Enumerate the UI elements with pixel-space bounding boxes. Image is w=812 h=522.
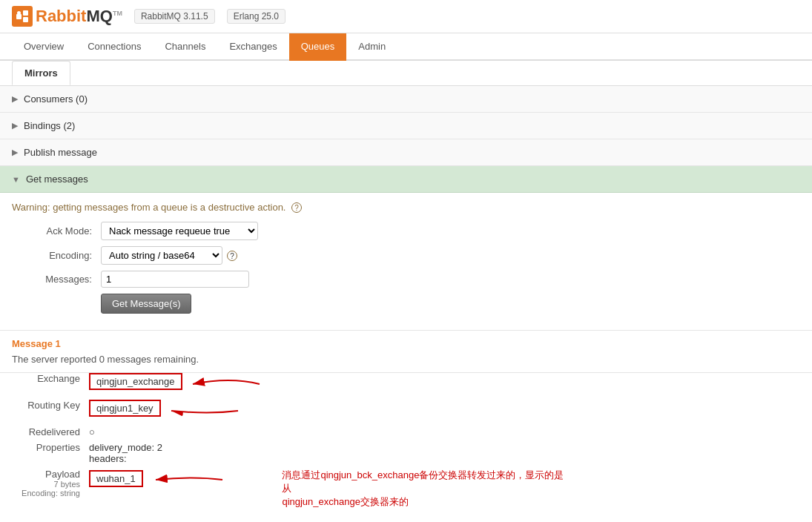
payload-row: Payload 7 bytes Encoding: string wuhan_1 [0, 469, 812, 509]
server-info: The server reported 0 messages remaining… [12, 354, 800, 365]
version-badge: RabbitMQ 3.11.5 [134, 9, 215, 24]
bindings-header[interactable]: ▶ Bindings (2) [0, 113, 812, 139]
header: RabbitMQTM RabbitMQ 3.11.5 Erlang 25.0 [0, 0, 812, 33]
bindings-title: Bindings (2) [24, 120, 75, 131]
svg-rect-0 [16, 14, 22, 19]
nav-exchanges[interactable]: Exchanges [217, 33, 288, 61]
exchange-label: Exchange [0, 373, 89, 384]
routing-key-arrow [164, 400, 253, 422]
ack-mode-label: Ack Mode: [12, 225, 101, 237]
consumers-section: ▶ Consumers (0) [0, 86, 812, 113]
exchange-row: Exchange qingjun_exchange [0, 373, 812, 395]
tab-mirrors[interactable]: Mirrors [12, 61, 70, 85]
publish-title: Publish message [24, 147, 97, 158]
consumers-arrow: ▶ [12, 94, 18, 104]
erlang-badge: Erlang 25.0 [227, 9, 285, 24]
ack-mode-select[interactable]: Nack message requeue true Ack message re… [101, 222, 258, 240]
payload-bytes: 7 bytes [0, 480, 80, 489]
bindings-arrow: ▶ [12, 121, 18, 130]
nav-queues[interactable]: Queues [289, 33, 347, 61]
routing-key-value: qingjun1_key [89, 400, 161, 417]
payload-label: Payload [0, 469, 80, 480]
publish-section: ▶ Publish message [0, 139, 812, 166]
publish-arrow: ▶ [12, 148, 18, 157]
nav-connections[interactable]: Connections [76, 33, 153, 61]
annotation-text-1: 消息通过qingjun_bck_exchange备份交换器转发过来的，显示的是从 [282, 469, 564, 495]
annotation-text-2: qingjun_exchange交换器来的 [282, 495, 564, 509]
annotation-block: 消息通过qingjun_bck_exchange备份交换器转发过来的，显示的是从… [282, 469, 564, 509]
messages-label: Messages: [12, 274, 101, 285]
encoding-row: Encoding: Auto string / base64 base64 ? [12, 246, 800, 265]
svg-rect-1 [23, 10, 28, 16]
get-messages-section: ▼ Get messages Warning: getting messages… [0, 166, 812, 331]
get-messages-arrow: ▼ [12, 175, 20, 184]
redelivered-value: ○ [89, 426, 95, 437]
exchange-arrow [185, 373, 274, 395]
exchange-value: qingjun_exchange [89, 373, 182, 390]
ack-mode-row: Ack Mode: Nack message requeue true Ack … [12, 222, 800, 240]
main-nav: Overview Connections Channels Exchanges … [0, 33, 812, 61]
routing-key-row: Routing Key qingjun1_key [0, 400, 812, 422]
svg-rect-2 [23, 17, 28, 22]
payload-encoding: Encoding: string [0, 489, 80, 498]
get-messages-button[interactable]: Get Message(s) [101, 294, 191, 314]
messages-input[interactable] [101, 271, 249, 288]
encoding-help[interactable]: ? [227, 251, 237, 261]
redelivered-label: Redelivered [0, 426, 89, 437]
get-messages-content: Warning: getting messages from a queue i… [0, 193, 812, 330]
warning-help[interactable]: ? [291, 202, 302, 213]
sub-tabs: Mirrors [0, 61, 812, 86]
payload-value: wuhan_1 [89, 470, 143, 487]
routing-key-label: Routing Key [0, 400, 89, 411]
nav-admin[interactable]: Admin [346, 33, 397, 61]
logo-text: RabbitMQTM [36, 7, 122, 26]
encoding-label: Encoding: [12, 250, 101, 261]
rabbitmq-logo-icon [12, 6, 33, 27]
nav-overview[interactable]: Overview [12, 33, 76, 61]
nav-channels[interactable]: Channels [153, 33, 217, 61]
content: ▶ Consumers (0) ▶ Bindings (2) ▶ Publish… [0, 86, 812, 522]
messages-row: Messages: [12, 271, 800, 288]
message-data: Exchange qingjun_exchange Routing Key qi… [0, 373, 812, 522]
get-messages-header[interactable]: ▼ Get messages [0, 166, 812, 193]
redelivered-row: Redelivered ○ [0, 426, 812, 437]
warning-text: Warning: getting messages from a queue i… [12, 202, 800, 213]
bindings-section: ▶ Bindings (2) [0, 113, 812, 139]
encoding-select[interactable]: Auto string / base64 base64 [101, 246, 222, 265]
consumers-title: Consumers (0) [24, 93, 88, 105]
consumers-header[interactable]: ▶ Consumers (0) [0, 86, 812, 112]
svg-point-3 [17, 11, 21, 15]
publish-header[interactable]: ▶ Publish message [0, 139, 812, 165]
logo: RabbitMQTM [12, 6, 122, 27]
get-messages-title: Get messages [26, 174, 88, 185]
properties-row: Properties delivery_mode: 2 headers: [0, 442, 812, 464]
properties-label: Properties [0, 442, 89, 453]
message-heading: Message 1 [12, 338, 800, 349]
properties-value: delivery_mode: 2 headers: [89, 442, 162, 464]
payload-arrow [148, 469, 237, 491]
payload-value-container: wuhan_1 [89, 469, 237, 491]
